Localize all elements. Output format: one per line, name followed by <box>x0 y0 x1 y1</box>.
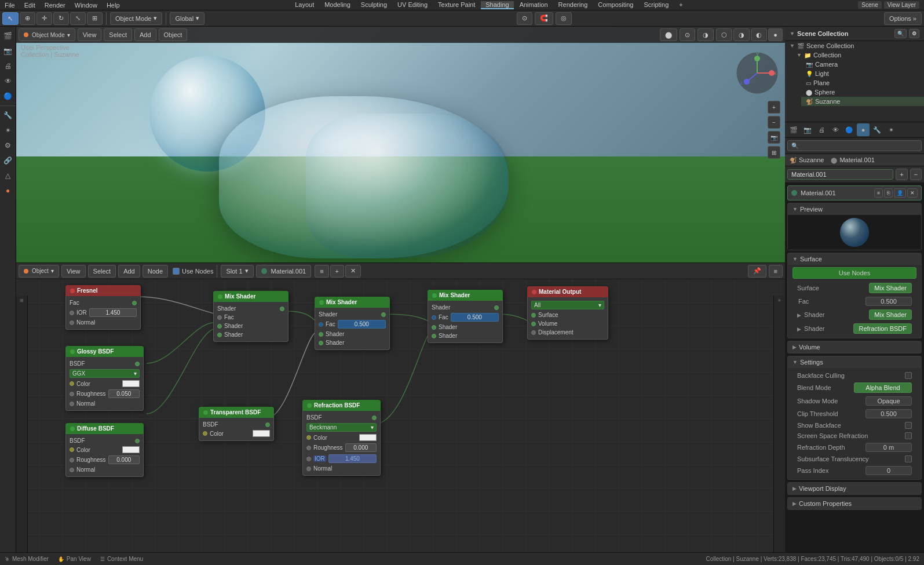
node-pin-btn[interactable]: 📌 <box>748 265 766 278</box>
node-node-menu[interactable]: Node <box>143 265 168 278</box>
menu-render[interactable]: Render <box>40 2 70 9</box>
tab-modeling[interactable]: Modeling <box>320 1 355 9</box>
material-slot-field[interactable]: Material.001 <box>787 169 893 180</box>
diffuse-bsdf-node[interactable]: Diffuse BSDF BSDF Color <box>65 423 144 477</box>
refraction-depth-value[interactable]: 0 m <box>865 443 912 452</box>
viewport-shading-btn[interactable]: ⬤ <box>660 28 677 41</box>
slot-dropdown[interactable]: Slot 1 ▾ <box>221 265 253 278</box>
shader1-value-btn[interactable]: Mix Shader <box>869 309 912 320</box>
tab-shading[interactable]: Shading <box>481 1 513 9</box>
glossy-roughness-field[interactable]: 0.050 <box>108 389 140 398</box>
volume-header[interactable]: ▶ Volume <box>788 341 921 353</box>
tab-scripting[interactable]: Scripting <box>639 1 673 9</box>
sidebar-icon-object[interactable]: 🔵 <box>1 89 15 103</box>
surface-header[interactable]: ▼ Surface <box>788 253 921 265</box>
suzanne-item[interactable]: 🐒 Suzanne <box>801 97 924 106</box>
scale-btn[interactable]: ⤡ <box>70 12 86 25</box>
select-tool-btn[interactable]: ↖ <box>2 12 19 25</box>
solid-btn[interactable]: ◑ <box>733 28 750 41</box>
prop-icon-material[interactable]: ● <box>857 123 870 136</box>
tab-sculpting[interactable]: Sculpting <box>356 1 392 9</box>
fac-value[interactable]: 0.500 <box>865 297 912 306</box>
pivot-btn[interactable]: ⊙ <box>517 12 532 25</box>
refraction-color-swatch[interactable] <box>359 434 377 441</box>
light-item[interactable]: 💡 Light <box>801 69 924 78</box>
viewport-display-header[interactable]: ▶ Viewport Display <box>788 483 921 494</box>
refraction-roughness-field[interactable]: 0.000 <box>345 443 377 452</box>
mix-shader2-node[interactable]: Mix Shader Shader Fac 0.500 <box>315 297 390 350</box>
tab-add[interactable]: + <box>674 1 687 9</box>
tab-texture-paint[interactable]: Texture Paint <box>433 1 480 9</box>
rotate-btn[interactable]: ↻ <box>53 12 69 25</box>
transparent-bsdf-node[interactable]: Transparent BSDF BSDF Color <box>199 407 274 441</box>
viewport-xray-btn[interactable]: ◑ <box>697 28 714 41</box>
camera-btn[interactable]: 📷 <box>768 131 780 144</box>
node-add-menu[interactable]: Add <box>118 265 140 278</box>
sphere-item[interactable]: ⬤ Sphere <box>801 88 924 97</box>
prop-icon-output[interactable]: 🖨 <box>815 123 828 136</box>
node-material-dropdown[interactable]: Material.001 <box>256 265 312 278</box>
zoom-out-btn[interactable]: − <box>768 116 780 129</box>
sidebar-icon-particles[interactable]: ✴ <box>1 123 15 137</box>
prop-icon-modifier[interactable]: 🔧 <box>871 123 883 136</box>
blend-mode-dropdown[interactable]: Alpha Blend <box>854 382 912 393</box>
global-dropdown[interactable]: Global ▾ <box>170 12 204 25</box>
clip-threshold-value[interactable]: 0.500 <box>865 409 912 418</box>
glossy-bsdf-node[interactable]: Glossy BSDF BSDF GGX ▾ <box>65 346 144 411</box>
viewport-add-menu[interactable]: Add <box>134 28 156 41</box>
preview-header[interactable]: ▼ Preview <box>788 203 921 215</box>
material-remove-btn[interactable]: − <box>910 169 922 180</box>
zoom-in-btn[interactable]: + <box>768 101 780 114</box>
viewport-object-menu[interactable]: Object <box>159 28 188 41</box>
proportional-btn[interactable]: ◎ <box>556 12 572 25</box>
tab-uv-editing[interactable]: UV Editing <box>393 1 432 9</box>
prop-icon-particles[interactable]: ✴ <box>885 123 897 136</box>
sidebar-icon-data[interactable]: △ <box>1 169 15 183</box>
grid-btn[interactable]: ⊞ <box>768 146 780 159</box>
sidebar-icon-physics[interactable]: ⚙ <box>1 138 15 152</box>
menu-help[interactable]: Help <box>102 2 125 9</box>
browse-material-btn[interactable]: ≡ <box>315 265 328 278</box>
cursor-btn[interactable]: ⊕ <box>20 12 35 25</box>
sidebar-icon-modifier[interactable]: 🔧 <box>1 108 15 122</box>
diffuse-color-swatch[interactable] <box>122 446 140 453</box>
filter-btn[interactable]: 🔍 <box>894 29 907 38</box>
sidebar-icon-material[interactable]: ● <box>1 184 15 198</box>
show-backface-checkbox[interactable] <box>905 422 912 429</box>
transparent-color-swatch[interactable] <box>253 430 270 437</box>
ss-refraction-checkbox[interactable] <box>905 432 912 439</box>
view-layer-dropdown[interactable]: View Layer <box>884 1 919 9</box>
glossy-color-swatch[interactable] <box>122 380 140 387</box>
matout-all-dropdown[interactable]: All ▾ <box>531 301 604 309</box>
custom-props-header[interactable]: ▶ Custom Properties <box>788 498 921 509</box>
expand-icon1[interactable]: ▶ <box>797 312 801 318</box>
node-select-menu[interactable]: Select <box>88 265 116 278</box>
prop-icon-object[interactable]: 🔵 <box>843 123 856 136</box>
render-preview-btn[interactable]: ● <box>768 28 783 41</box>
fresnel-node[interactable]: Fresnel Fac IOR 1.450 <box>65 285 141 330</box>
menu-edit[interactable]: Edit <box>20 2 40 9</box>
glossy-mode-dropdown[interactable]: GGX ▾ <box>70 369 140 378</box>
mix3-fac-field[interactable]: 0.500 <box>451 313 499 322</box>
use-nodes-button[interactable]: Use Nodes <box>792 267 916 279</box>
mix-shader1-node[interactable]: Mix Shader Shader Fac <box>213 291 288 342</box>
node-editor[interactable]: Object ▾ View Select Add Node Use Nodes … <box>16 263 785 552</box>
refraction-ior-field[interactable]: 1.450 <box>328 454 377 463</box>
options-btn[interactable]: Options » <box>884 12 922 25</box>
mode-dropdown[interactable]: Object Mode ▾ <box>110 12 162 25</box>
snap-btn[interactable]: 🧲 <box>535 12 553 25</box>
backface-checkbox[interactable] <box>905 372 912 379</box>
refraction-bsdf-node[interactable]: Refraction BSDF BSDF Beckmann ▾ <box>302 400 381 476</box>
settings-header[interactable]: ▼ Settings <box>788 356 921 368</box>
menu-window[interactable]: Window <box>70 2 102 9</box>
mat-delete-btn[interactable]: ✕ <box>907 188 918 198</box>
menu-file[interactable]: File <box>0 2 20 9</box>
expand-icon2[interactable]: ▶ <box>797 326 801 332</box>
delete-material-btn[interactable]: ✕ <box>345 265 361 278</box>
prop-search-input[interactable] <box>787 140 922 151</box>
tab-animation[interactable]: Animation <box>515 1 553 9</box>
subsurface-checkbox[interactable] <box>905 455 912 462</box>
mix2-fac-field[interactable]: 0.500 <box>338 320 386 329</box>
mix-shader3-node[interactable]: Mix Shader Shader Fac 0.500 <box>428 290 503 343</box>
move-btn[interactable]: ✛ <box>36 12 52 25</box>
